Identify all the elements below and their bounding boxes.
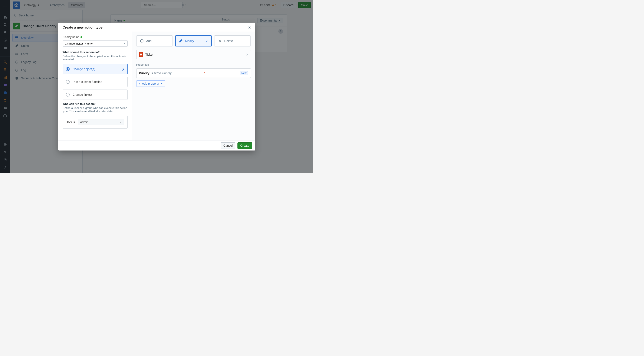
required-asterisk: * — [204, 71, 205, 75]
prop-value: Priority — [162, 71, 172, 75]
user-value: admin — [80, 120, 88, 124]
option-change-objects-label: Change object(s) — [72, 67, 96, 71]
op-add-label: Add — [146, 39, 152, 43]
op-modify[interactable]: Modify ✓ — [175, 35, 212, 47]
check-icon: ✓ — [206, 39, 208, 43]
x-icon — [218, 39, 222, 43]
prop-name: Priority — [139, 71, 150, 75]
op-modify-label: Modify — [185, 39, 194, 43]
who-sub: Define a user or a group who can execute… — [62, 106, 128, 113]
option-change-objects[interactable]: Change object(s) ❯ — [62, 64, 128, 74]
create-action-modal: Create a new action type ✕ Display name … — [58, 23, 255, 151]
remove-type-icon[interactable]: ✕ — [246, 53, 248, 56]
property-row[interactable]: Priority is set to Priority * New — [136, 69, 251, 78]
what-label: What should this action do? — [62, 51, 128, 54]
user-is-label: User is — [66, 120, 75, 124]
pencil-icon — [179, 39, 183, 43]
prop-mid: is set to — [151, 71, 161, 75]
create-button[interactable]: Create — [238, 142, 252, 149]
option-change-links-label: Change link(s) — [72, 93, 92, 96]
radio-icon — [66, 67, 70, 71]
plus-icon: + — [139, 82, 140, 85]
user-row: User is admin ▼ — [62, 116, 128, 129]
display-name-label: Display name — [62, 35, 128, 39]
who-label: Who can run this action? — [62, 102, 128, 106]
user-select[interactable]: admin ▼ — [78, 119, 124, 125]
radio-icon — [66, 93, 70, 97]
operation-row: Add Modify ✓ Delete — [136, 35, 251, 47]
plus-circle-icon — [140, 39, 144, 43]
modal-footer: Cancel Create — [58, 140, 255, 151]
option-run-function-label: Run a custom function — [72, 80, 102, 84]
add-property-button[interactable]: + Add property ▼ — [136, 80, 165, 87]
what-sub: Define the changes to be applied when th… — [62, 55, 128, 61]
object-type-chip: Ticket ✕ — [136, 50, 251, 59]
add-property-label: Add property — [142, 82, 159, 85]
op-delete-label: Delete — [224, 39, 233, 43]
caret-down-icon: ▼ — [161, 83, 163, 85]
modal-right-panel: Add Modify ✓ Delete Ticket ✕ Properties — [132, 32, 255, 140]
create-label: Create — [240, 144, 249, 147]
op-add[interactable]: Add — [136, 35, 173, 47]
modal-title: Create a new action type — [62, 26, 103, 30]
radio-icon — [66, 80, 70, 84]
close-icon[interactable]: ✕ — [248, 26, 251, 30]
clear-icon[interactable]: ✕ — [123, 42, 126, 45]
caret-down-icon: ▼ — [120, 121, 122, 123]
cancel-label: Cancel — [224, 144, 233, 147]
status-dot-icon — [80, 36, 82, 38]
chevron-right-icon: ❯ — [122, 67, 124, 71]
modal-left-panel: Display name ✕ What should this action d… — [58, 32, 132, 140]
option-change-links[interactable]: Change link(s) — [62, 90, 128, 100]
object-type-label: Ticket — [146, 53, 153, 56]
properties-label: Properties — [136, 63, 251, 66]
new-tag: New — [240, 71, 248, 75]
display-name-input[interactable] — [62, 40, 128, 47]
modal-header: Create a new action type ✕ — [58, 23, 255, 32]
cancel-button[interactable]: Cancel — [221, 142, 236, 149]
option-run-function[interactable]: Run a custom function — [62, 77, 128, 87]
op-delete[interactable]: Delete — [214, 35, 251, 47]
ticket-type-icon — [139, 52, 143, 57]
